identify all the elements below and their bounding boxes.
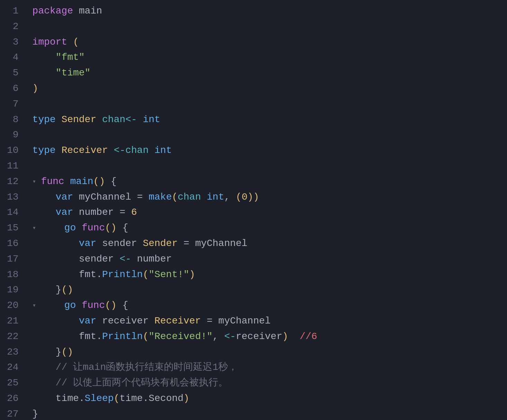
fold-15[interactable]: ▾ [33,223,39,233]
line-num-7: 7 [7,97,19,112]
code-line-14: var number = 6 [33,205,500,220]
code-line-20: ▾ go func() { [33,298,500,313]
code-line-13: var myChannel = make(chan int, (0)) [33,190,500,205]
code-line-26: time.Sleep(time.Second) [33,391,500,407]
code-line-22: fmt.Println("Received!", <-receiver) //6 [33,329,500,345]
code-line-4: "fmt" [33,50,500,65]
line-num-4: 4 [7,50,19,65]
code-line-25: // 以使上面两个代码块有机会被执行。 [33,375,500,391]
line-num-16: 16 [7,236,19,252]
keyword-import: import [33,35,67,50]
code-line-11 [33,158,500,174]
keyword-func-12: func [41,174,64,190]
line-num-24: 24 [7,360,19,375]
code-line-12: ▾ func main() { [33,174,500,190]
code-line-27: } [33,407,500,420]
code-editor: 1 2 3 4 5 6 7 8 9 10 11 12 13 14 15 16 1… [0,0,507,420]
line-num-9: 9 [7,127,19,143]
code-line-15: ▾ go func() { [33,220,500,236]
line-num-3: 3 [7,35,19,50]
line-num-27: 27 [7,407,19,420]
code-line-18: fmt.Println("Sent!") [33,267,500,283]
code-line-16: var sender Sender = myChannel [33,236,500,252]
code-line-17: sender <- number [33,252,500,267]
line-num-17: 17 [7,252,19,267]
code-line-7 [33,97,500,112]
code-line-24: // 让main函数执行结束的时间延迟1秒， [33,360,500,375]
line-num-20: 20 [7,298,19,313]
line-num-8: 8 [7,112,19,128]
code-line-10: type Receiver <-chan int [33,143,500,158]
line-num-6: 6 [7,81,19,97]
code-line-19: }() [33,282,500,298]
fold-20[interactable]: ▾ [33,301,39,311]
code-line-23: }() [33,345,500,360]
line-num-23: 23 [7,345,19,360]
keyword-package: package [33,3,73,19]
line-num-18: 18 [7,267,19,283]
code-line-2 [33,19,500,35]
line-num-11: 11 [7,158,19,174]
line-num-15: 15 [7,220,19,236]
fold-12[interactable]: ▾ [33,177,39,187]
code-lines: package main import ( "fmt" "time" ) typ… [26,3,507,420]
line-num-12: 12 [7,174,19,190]
code-line-6: ) [33,81,500,97]
code-line-3: import ( [33,35,500,50]
code-line-5: "time" [33,65,500,81]
line-num-21: 21 [7,313,19,329]
line-num-10: 10 [7,143,19,158]
line-num-1: 1 [7,3,19,19]
line-num-25: 25 [7,375,19,391]
line-num-13: 13 [7,190,19,205]
line-num-14: 14 [7,205,19,220]
line-numbers: 1 2 3 4 5 6 7 8 9 10 11 12 13 14 15 16 1… [0,3,26,420]
code-line-8: type Sender chan<- int [33,112,500,128]
keyword-type-10: type [33,143,56,158]
line-num-5: 5 [7,65,19,81]
line-num-26: 26 [7,391,19,407]
code-line-1: package main [33,3,500,19]
code-line-9 [33,127,500,143]
code-line-21: var receiver Receiver = myChannel [33,313,500,329]
line-num-2: 2 [7,19,19,35]
line-num-22: 22 [7,329,19,345]
keyword-type-8: type [33,112,56,128]
line-num-19: 19 [7,282,19,298]
